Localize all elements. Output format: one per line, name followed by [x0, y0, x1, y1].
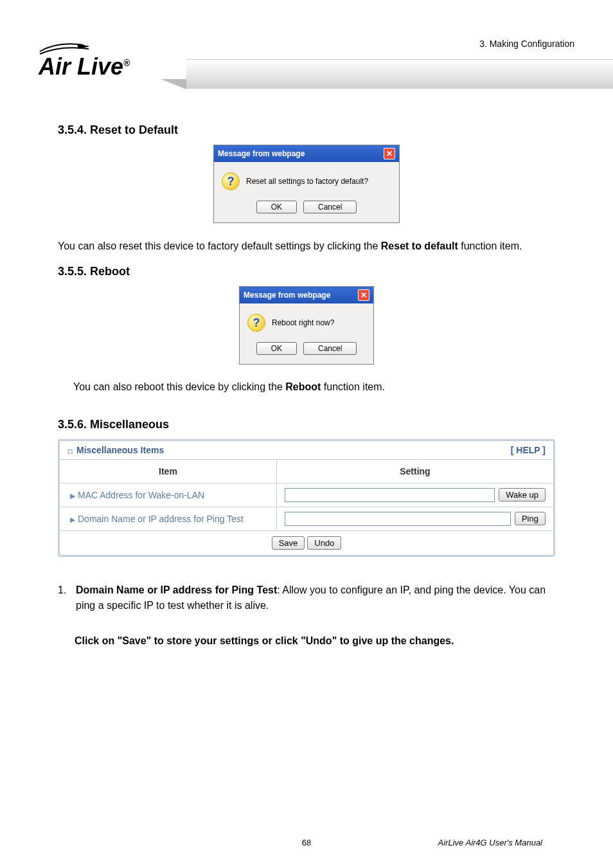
section-heading-misc: 3.5.6. Miscellaneous	[58, 418, 555, 431]
reset-paragraph: You can also reset this device to factor…	[58, 239, 555, 253]
arrow-icon: ▶	[70, 516, 75, 523]
dialog-titlebar: Message from webpage ✕	[214, 145, 399, 162]
question-icon: ?	[247, 314, 265, 332]
reboot-dialog: Message from webpage ✕ ? Reboot right no…	[239, 286, 374, 365]
table-title: ◻Miscellaneous Items	[67, 445, 164, 455]
close-icon[interactable]: ✕	[358, 289, 369, 301]
close-icon[interactable]: ✕	[384, 148, 395, 159]
page-header: 3. Making Configuration Air Live®	[0, 0, 613, 96]
reboot-paragraph: You can also reboot this device by click…	[73, 380, 555, 394]
dialog-title: Message from webpage	[244, 291, 330, 300]
reset-dialog: Message from webpage ✕ ? Reset all setti…	[213, 145, 400, 223]
chapter-label: 3. Making Configuration	[479, 39, 574, 49]
table-row: ▶Domain Name or IP address for Ping Test…	[60, 507, 553, 530]
save-button[interactable]: Save	[272, 536, 305, 550]
misc-items-table: ◻Miscellaneous Items [ HELP ] Item Setti…	[58, 439, 555, 557]
section-heading-reboot: 3.5.5. Reboot	[58, 265, 555, 278]
ok-button[interactable]: OK	[256, 342, 297, 355]
arrow-icon: ▶	[70, 492, 75, 500]
col-setting-header: Setting	[277, 460, 553, 483]
dialog-title: Message from webpage	[218, 149, 305, 158]
dialog-message: Reset all settings to factory default?	[246, 177, 368, 186]
logo-text: Air Live®	[39, 55, 130, 78]
table-row: ▶MAC Address for Wake-on-LAN Wake up	[60, 483, 553, 507]
ping-button[interactable]: Ping	[515, 512, 546, 525]
logo: Air Live®	[39, 40, 130, 78]
dialog-titlebar: Message from webpage ✕	[240, 287, 373, 303]
cancel-button[interactable]: Cancel	[303, 201, 357, 213]
manual-title: AirLive Air4G User's Manual	[438, 838, 542, 847]
item1-text: Domain Name or IP address for Ping Test:…	[76, 583, 555, 613]
table-action-row: Save Undo	[60, 530, 553, 555]
row-label-ping: ▶Domain Name or IP address for Ping Test	[60, 507, 277, 530]
help-link[interactable]: [ HELP ]	[511, 445, 546, 455]
page-footer: 68 AirLive Air4G User's Manual	[0, 838, 613, 847]
ok-button[interactable]: OK	[256, 201, 297, 213]
page-number: 68	[302, 838, 311, 847]
wake-up-button[interactable]: Wake up	[499, 488, 546, 502]
question-icon: ?	[222, 172, 240, 190]
row-label-wake: ▶MAC Address for Wake-on-LAN	[60, 484, 277, 507]
col-item-header: Item	[60, 460, 277, 483]
undo-button[interactable]: Undo	[307, 536, 341, 550]
table-title-row: ◻Miscellaneous Items [ HELP ]	[60, 441, 553, 459]
numbered-item-1: 1. Domain Name or IP address for Ping Te…	[58, 583, 555, 613]
save-instruction: Click on "Save" to store your settings o…	[75, 635, 555, 647]
section-heading-reset: 3.5.4. Reset to Default	[58, 123, 555, 137]
header-banner	[186, 59, 613, 89]
cancel-button[interactable]: Cancel	[303, 342, 357, 355]
bullet-icon: ◻	[67, 448, 73, 455]
page-content: 3.5.4. Reset to Default Message from web…	[0, 96, 613, 647]
wake-mac-input[interactable]	[285, 488, 495, 502]
table-header-row: Item Setting	[60, 459, 553, 483]
dialog-message: Reboot right now?	[272, 318, 334, 327]
ping-target-input[interactable]	[285, 512, 511, 526]
